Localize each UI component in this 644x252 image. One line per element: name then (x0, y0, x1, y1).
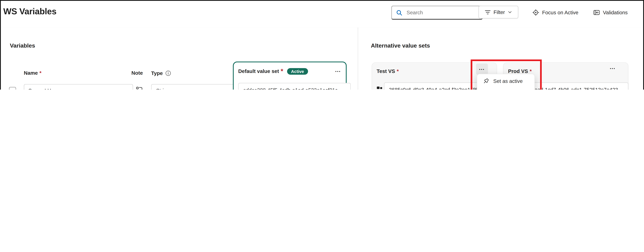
value-set-name: Test VS* (377, 68, 399, 74)
pin-icon (482, 77, 490, 84)
validations-button[interactable]: Validations (591, 8, 630, 16)
search-input[interactable] (406, 9, 479, 16)
required-asterisk: * (530, 68, 532, 74)
filter-label: Filter (494, 9, 505, 15)
add-note-icon[interactable] (135, 86, 144, 90)
validations-label: Validations (603, 10, 628, 15)
variables-section-title: Variables (10, 42, 35, 49)
prod-vs-more-options-icon[interactable]: ••• (609, 66, 616, 71)
app-window: WS Variables Filter Focus on Active (0, 0, 644, 90)
alternative-value-sets-title: Alternative value sets (371, 42, 430, 49)
default-value-set-card: Default value set * Active ••• eddce388-… (233, 62, 347, 90)
active-badge: Active (287, 68, 308, 75)
value-set-name: Prod VS* (508, 68, 532, 74)
menu-item-label: Rename (493, 89, 513, 90)
pencil-icon (482, 89, 490, 90)
menu-item-rename[interactable]: Rename (477, 86, 534, 90)
value-set-context-menu: Set as active Rename Delete (477, 74, 535, 90)
column-header-note: Note (132, 70, 143, 76)
row-checkbox[interactable] (9, 87, 16, 90)
focus-on-active-label: Focus on Active (542, 10, 578, 15)
page-title: WS Variables (3, 6, 56, 16)
column-header-name: Name* (24, 70, 42, 76)
chevron-down-icon (508, 10, 512, 14)
column-header-type: Type (151, 70, 171, 76)
required-asterisk: * (281, 68, 283, 75)
type-dropdown[interactable]: String (151, 84, 236, 90)
variable-name-input[interactable] (24, 84, 133, 90)
info-icon (165, 70, 171, 76)
test-vs-more-options-icon[interactable]: ••• (476, 64, 488, 75)
filter-icon (484, 9, 490, 15)
search-box[interactable] (392, 6, 482, 20)
menu-item-label: Set as active (493, 78, 522, 84)
menu-item-set-as-active[interactable]: Set as active (477, 75, 534, 86)
header-bar: WS Variables Filter Focus on Active (0, 0, 644, 28)
panel-arrow-icon (593, 9, 600, 16)
more-options-icon[interactable]: ••• (334, 68, 342, 75)
variable-set-icon (376, 86, 383, 90)
main-content: Variables Name* Note Type String (0, 27, 644, 90)
required-asterisk: * (40, 70, 42, 76)
search-icon (396, 9, 402, 16)
default-value-field[interactable]: eddce388-45f5-4edb-a1ad-a533e1ecf21c (238, 83, 351, 90)
default-value-set-label: Default value set (238, 68, 279, 74)
focus-on-active-button[interactable]: Focus on Active (530, 8, 581, 16)
chevron-down-icon (226, 88, 231, 90)
required-asterisk: * (397, 68, 399, 74)
default-value-set-header: Default value set * Active ••• (238, 68, 342, 75)
type-value: String (156, 88, 170, 90)
scope-icon (532, 9, 539, 16)
filter-button[interactable]: Filter (478, 6, 518, 18)
